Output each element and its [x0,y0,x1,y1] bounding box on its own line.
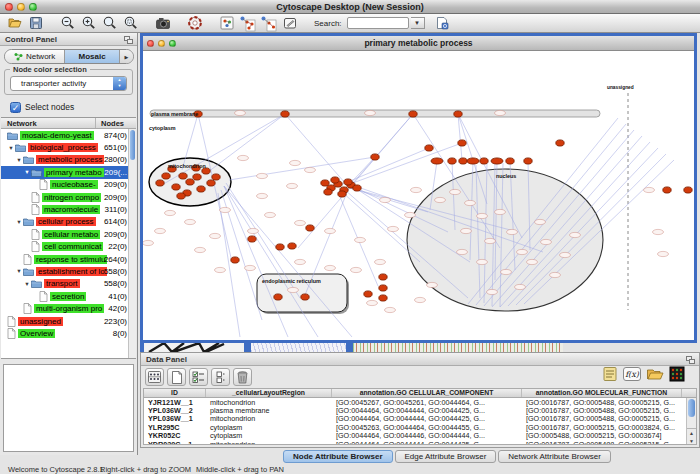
tree-row[interactable]: ▼biological_process651(0) [1,141,136,153]
node-color-dropdown[interactable]: transporter activity ▲▼ [10,76,127,91]
function-builder-icon[interactable]: f(x) [623,366,641,382]
save-session-icon[interactable] [26,15,45,32]
tree-row-count: 558(0) [104,267,127,276]
tree-row-label: cellular metabo [42,230,100,239]
tree-expand-icon[interactable]: ▼ [7,145,15,151]
tree-expand-icon[interactable]: ▼ [23,281,31,287]
folder-icon [23,267,34,276]
table-cell: mitochondrion [206,440,332,445]
background-windows-strip [140,343,700,352]
tree-expand-icon[interactable]: ▼ [23,169,31,175]
layout-network-2-icon[interactable] [259,15,278,32]
svg-text:cytoplasm: cytoplasm [149,125,176,131]
float-data-panel-icon[interactable] [686,356,695,364]
minimize-button[interactable] [17,3,25,11]
select-attributes-icon[interactable] [145,368,164,386]
frame-zoom-button[interactable] [169,40,176,47]
import-attribute-icon[interactable] [433,15,452,32]
tree-row[interactable]: nitrogen compo209(0) [1,191,136,203]
table-column-header[interactable]: ID [144,389,206,397]
tree-row-label: transport [44,279,80,288]
tree-row-label: primary metabo [44,168,104,177]
tree-row[interactable]: unassigned223(0) [1,315,136,327]
tree-row-count: 22(0) [108,242,127,251]
select-nodes-row: ✓ Select nodes [10,101,74,113]
tab-network[interactable]: Network [5,50,65,63]
tree-row-count: 614(0) [104,217,127,226]
tree-row[interactable]: ▼cellular process614(0) [1,216,136,228]
tree-row[interactable]: secretion41(0) [1,290,136,302]
frame-close-button[interactable] [147,40,154,47]
tree-row-label: cellular process [36,217,96,226]
create-attribute-icon[interactable] [167,368,186,386]
tree-row[interactable]: macromolecule311(0) [1,203,136,215]
zoom-button[interactable] [29,3,37,11]
table-row[interactable]: YDR039C__1mitochondrion[GO:0044464, GO:0… [144,440,696,445]
network-tab-icon [14,52,23,61]
table-column-header[interactable]: annotation.GO CELLULAR_COMPONENT [332,389,522,397]
network-canvas[interactable]: plasma membranecytoplasmmitochondrionnuc… [143,51,694,340]
select-all-attributes-icon[interactable] [189,368,208,386]
tree-row-label: metabolic process [36,155,104,164]
table-column-header[interactable]: _cellularLayoutRegion [206,389,332,397]
frame-minimize-button[interactable] [158,40,165,47]
zoom-actual-icon[interactable] [100,15,119,32]
select-nodes-checkbox[interactable]: ✓ [10,102,21,113]
attribute-matrix-icon[interactable] [669,366,685,382]
status-pan-hint: Middle-click + drag to PAN [196,465,284,474]
snapshot-icon[interactable] [153,15,172,32]
network-file-icon [7,316,16,327]
layout-network-1-icon[interactable] [238,15,257,32]
network-file-icon [23,303,32,314]
table-column-header[interactable]: annotation.GO MOLECULAR_FUNCTION [522,389,682,397]
attribute-editor-icon[interactable] [602,366,618,382]
data-panel-toolbar-right: f(x) [602,366,685,382]
zoom-in-icon[interactable] [79,15,98,32]
tree-col-network: Network [7,119,37,128]
zoom-out-icon[interactable] [58,15,77,32]
tree-expand-icon[interactable]: ▼ [15,157,23,163]
tree-row[interactable]: multi-organism pro42(0) [1,302,136,314]
tree-row[interactable]: cellular metabo209(0) [1,228,136,240]
network-file-icon [31,229,40,240]
table-cell: [GO:0044464, GO:0044444, GO:0044425, G..… [332,440,522,445]
unselect-all-attributes-icon[interactable] [211,368,230,386]
tree-row[interactable]: Overview8(0) [1,327,136,339]
tree-row-label: multi-organism pro [34,304,104,313]
data-panel-title: Data Panel [146,353,187,366]
window-title: Cytoscape Desktop (New Session) [0,0,700,14]
vizmapper-icon[interactable] [217,15,236,32]
status-bar: Welcome to Cytoscape 2.8.1 Right-click +… [0,462,700,474]
window-titlebar: Cytoscape Desktop (New Session) [0,0,700,14]
tree-row[interactable]: mosaic-demo-yeast874(0) [1,129,136,141]
tree-row-label: establishment of lo [36,267,107,276]
tree-expand-icon[interactable]: ▼ [15,219,23,225]
tree-row-count: 223(0) [104,317,127,326]
tree-row-count: 41(0) [108,292,127,301]
annotation-icon[interactable] [280,15,299,32]
table-scrollbar[interactable]: ▲▼ [686,398,696,444]
tree-row[interactable]: ▼primary metabo209(... [1,166,136,178]
open-session-icon[interactable] [5,15,24,32]
tree-row-count: 209(... [104,168,127,177]
tree-row[interactable]: ▼metabolic process280(0) [1,154,136,166]
close-button[interactable] [5,3,13,11]
tree-row[interactable]: cell communicat22(0) [1,241,136,253]
float-panel-icon[interactable] [124,36,133,44]
tree-row[interactable]: ▼transport558(0) [1,278,136,290]
help-icon[interactable] [185,15,204,32]
tree-row[interactable]: response to stimulu264(0) [1,253,136,265]
delete-attribute-icon[interactable] [233,368,252,386]
import-attributes-icon[interactable] [646,366,664,382]
tree-row[interactable]: ▼establishment of lo558(0) [1,265,136,277]
attribute-table-rows: YJR121W__1mitochondrion[GO:0045267, GO:0… [144,398,696,445]
network-view-titlebar[interactable]: primary metabolic process [143,36,694,51]
search-input[interactable] [347,17,409,29]
tree-scrollbar[interactable] [128,129,136,358]
tree-expand-icon[interactable]: ▼ [15,268,23,274]
tree-row[interactable]: nucleobase-209(0) [1,179,136,191]
more-tabs-button[interactable]: ▶ [120,50,133,63]
tab-mosaic[interactable]: Mosaic [65,50,120,63]
zoom-selected-icon[interactable] [121,15,140,32]
search-dropdown-button[interactable]: ▼ [411,17,425,29]
